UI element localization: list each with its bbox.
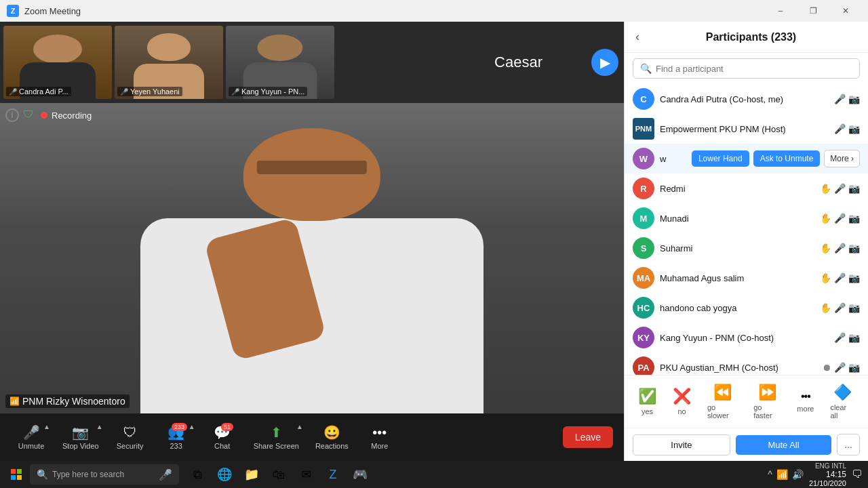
recording-badge: i 🛡 Recording (5, 108, 92, 122)
participant-pa[interactable]: PA PKU Agustian_RMH (Co-host) ⏺ 🎤 📷 (625, 352, 868, 375)
video-area: 🎤 Candra Adi P... 🎤 Yeyen Yuhaeni (0, 22, 624, 461)
participant-name-ma: Muhamad Agus salim (660, 273, 814, 283)
hand-raised-hc: ✋ (820, 302, 831, 313)
stop-video-button[interactable]: 📷 ▲ Stop Video (57, 422, 104, 453)
recording-dot (41, 112, 47, 119)
reaction-clear[interactable]: 🔷 clear all (825, 381, 860, 422)
next-thumbnails-button[interactable]: ▶ (591, 49, 618, 76)
notification-icon[interactable]: 🗨 (852, 468, 863, 481)
faster-icon: ⏩ (758, 384, 776, 401)
minimize-button[interactable]: – (765, 0, 796, 22)
participant-icons-hc: ✋ 🎤 📷 (820, 302, 860, 313)
chat-button[interactable]: 💬 51 Chat (202, 422, 243, 453)
tray-sound-icon[interactable]: 🔊 (792, 469, 804, 480)
info-icon[interactable]: i (5, 108, 19, 122)
participant-icons-munadi: ✋ 🎤 📷 (820, 213, 860, 224)
participant-icons-redmi: ✋ 🎤 📷 (820, 183, 860, 194)
reaction-yes[interactable]: ✅ yes (633, 385, 662, 418)
svg-rect-2 (11, 475, 16, 480)
thumbnail-candra[interactable]: 🎤 Candra Adi P... (3, 26, 112, 99)
participants-icon: 👥 233 (167, 424, 184, 441)
reaction-slower[interactable]: ⏪ go slower (702, 381, 743, 422)
more-icon: ••• (372, 425, 387, 441)
participant-name-pa: PKU Agustian_RMH (Co-host) (660, 363, 816, 373)
thumbnail-strip: 🎤 Candra Adi P... 🎤 Yeyen Yuhaeni (0, 22, 624, 103)
thumbnail-kang-label: 🎤 Kang Yuyun - PN... (229, 87, 307, 96)
reaction-no[interactable]: ❌ no (667, 385, 696, 418)
tray-network-icon[interactable]: 📶 (776, 469, 788, 480)
taskbar-zoom[interactable]: Z (320, 462, 346, 487)
video-caret: ▲ (96, 423, 103, 430)
thumbnail-candra-label: 🎤 Candra Adi P... (6, 87, 71, 96)
share-screen-button[interactable]: ⬆ ▲ Share Screen (248, 422, 304, 453)
mic-off-hc: 🎤 (834, 302, 846, 313)
collapse-button[interactable]: ‹ (635, 30, 639, 44)
lower-hand-button[interactable]: Lower Hand (692, 150, 749, 167)
taskbar-explorer[interactable]: 📁 (239, 462, 264, 487)
hand-raised-ma: ✋ (820, 272, 831, 283)
toolbar: 🎤 ▲ Unmute 📷 ▲ Stop Video 🛡 Security 👥 2… (0, 413, 624, 461)
taskbar-edge[interactable]: 🌐 (212, 462, 237, 487)
close-button[interactable]: ✕ (830, 0, 861, 22)
main-area: 🎤 Candra Adi P... 🎤 Yeyen Yuhaeni (0, 22, 868, 461)
thumbnail-yeyen[interactable]: 🎤 Yeyen Yuhaeni (115, 26, 223, 99)
taskbar-multitasking[interactable]: ⧉ (184, 462, 210, 487)
avatar-pa: PA (633, 357, 654, 375)
taskbar-clock[interactable]: ENG INTL 14:15 21/10/2020 (809, 462, 846, 487)
speaker-name-label: 📶 PNM Rizky Wisnoentoro (5, 394, 130, 408)
panel-title: Participants (233) (645, 31, 857, 43)
invite-button[interactable]: Invite (633, 434, 730, 455)
reactions-button[interactable]: 😀 Reactions (310, 422, 354, 453)
taskbar-tray: ^ 📶 🔊 (768, 469, 804, 480)
mic-off-icon-kang: 🎤 (231, 88, 239, 96)
participants-panel: ‹ Participants (233) 🔍 C Candra Adi Putr… (624, 22, 868, 461)
ask-unmute-button[interactable]: Ask to Unmute (753, 150, 821, 167)
participant-suharmi[interactable]: S Suharmi ✋ 🎤 📷 (625, 233, 868, 263)
taskbar-store[interactable]: 🛍 (266, 462, 292, 487)
tray-up-icon[interactable]: ^ (768, 469, 772, 480)
reactions-icon: 😀 (323, 424, 340, 441)
cam-on-pa: 📷 (848, 362, 860, 373)
chat-icon: 💬 51 (214, 424, 231, 441)
mic-icon: 🎤 (23, 424, 40, 441)
more-button[interactable]: ••• More (359, 422, 400, 453)
mic-on-ky: 🎤 (834, 332, 846, 343)
search-input[interactable] (656, 64, 852, 74)
participant-hc[interactable]: HC handono cab yogya ✋ 🎤 📷 (625, 293, 868, 323)
unmute-button[interactable]: 🎤 ▲ Unmute (11, 422, 52, 453)
taskbar-mail[interactable]: ✉ (293, 462, 319, 487)
participant-munadi[interactable]: M Munadi ✋ 🎤 📷 (625, 203, 868, 233)
cam-off-icon-candra: 📷 (848, 94, 860, 104)
titlebar: Z Zoom Meeting – ❐ ✕ (0, 0, 868, 22)
maximize-button[interactable]: ❐ (797, 0, 829, 22)
participant-redmi[interactable]: R Redmi ✋ 🎤 📷 (625, 174, 868, 203)
shield-icon: 🛡 (23, 108, 37, 122)
security-button[interactable]: 🛡 Security (110, 422, 151, 453)
cam-off-pnm: 📷 (848, 123, 860, 134)
taskbar-app2[interactable]: 🎮 (347, 462, 373, 487)
taskbar: 🔍 Type here to search 🎤 ⧉ 🌐 📁 🛍 ✉ Z 🎮 ^ … (0, 461, 868, 488)
thumbnail-kang[interactable]: 🎤 Kang Yuyun - PN... (226, 26, 334, 99)
participant-ky[interactable]: KY Kang Yuyun - PNM (Co-host) 🎤 📷 (625, 323, 868, 352)
participant-pnm-emp[interactable]: PNM Empowerment PKU PNM (Host) 🎤 📷 (625, 114, 868, 144)
taskbar-search-text: Type here to search (52, 470, 124, 479)
mute-all-button[interactable]: Mute All (736, 435, 832, 455)
participants-button[interactable]: 👥 233 ▲ 233 (156, 422, 197, 453)
participant-list: C Candra Adi Putra (Co-host, me) 🎤 📷 PNM… (625, 84, 868, 375)
participant-candra[interactable]: C Candra Adi Putra (Co-host, me) 🎤 📷 (625, 84, 868, 114)
search-box[interactable]: 🔍 (633, 58, 860, 79)
more-participant-button[interactable]: More › (824, 150, 860, 167)
zoom-icon: Z (7, 5, 19, 17)
reaction-more[interactable]: ••• more (791, 388, 819, 415)
reaction-faster[interactable]: ⏩ go faster (748, 381, 786, 422)
start-button[interactable] (5, 464, 27, 485)
cam-on-ky: 📷 (848, 332, 860, 343)
participant-ma[interactable]: MA Muhamad Agus salim ✋ 🎤 📷 (625, 263, 868, 293)
participant-icons-pa: ⏺ 🎤 📷 (822, 362, 860, 373)
more-footer-button[interactable]: ... (837, 434, 860, 455)
leave-button[interactable]: Leave (563, 426, 613, 448)
participant-w[interactable]: W w Lower Hand Ask to Unmute More › (625, 144, 868, 174)
lang-label: ENG INTL (809, 462, 846, 470)
taskbar-search[interactable]: 🔍 Type here to search 🎤 (30, 464, 179, 485)
participant-name-pnm: Empowerment PKU PNM (Host) (660, 124, 829, 134)
